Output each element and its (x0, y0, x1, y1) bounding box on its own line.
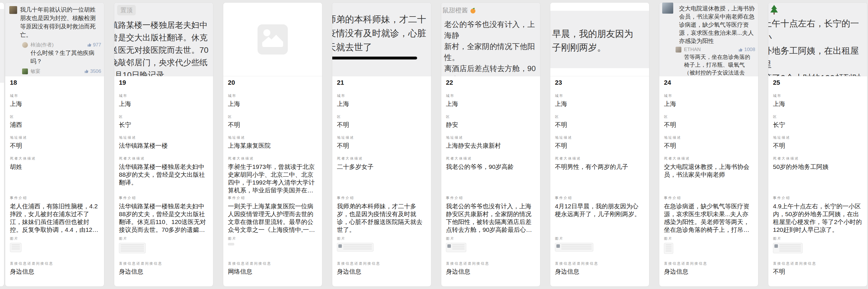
card-22[interactable]: 鼠甜橙酱 老公的爷爷也没有计入，上海静 新村，全家阴的情况下他阳性。 离酒店后差… (441, 2, 540, 287)
direct-value: 身边信息 (10, 268, 99, 275)
district-value: 长宁 (119, 121, 209, 129)
field-label-district: 区 (228, 115, 317, 119)
poster-name: 鼠甜橙酱 (442, 6, 468, 15)
direct-value: 不明 (773, 268, 863, 275)
field-label-address: 地址描述 (446, 136, 535, 140)
gallery-board: 我几十年前就认识的一位胡姓朋友也是因为封控、核酸检测等原因没有得到及时救治而死亡… (0, 2, 867, 287)
district-value: 不明 (555, 121, 645, 129)
field-label-district: 区 (446, 115, 535, 119)
card-25[interactable]: 上午十点左右，长宁的一小 外地务工阿姨，在出租屋里 等了2个小时的120赶到时人… (768, 2, 867, 287)
card-19[interactable]: 置顶 镇路某楼一楼独居老夫妇中 曾是交大出版社翻译。休克 送医无对接医院而去世。… (114, 2, 213, 287)
orange-emoji-icon (470, 7, 476, 14)
city-value: 上海 (337, 100, 427, 108)
screenshot-thumbnail (446, 243, 466, 252)
screenshot-preview (223, 3, 322, 76)
field-label-image: 图片 (446, 237, 535, 241)
event-value: 法华镇路某楼一楼独居老夫妇中88岁的丈夫，曾经是交大出版社翻译。休克后110、1… (119, 202, 209, 233)
field-label-district: 区 (664, 115, 753, 119)
address-value: 上海某康复医院 (228, 142, 317, 149)
field-label-city: 城市 (664, 94, 753, 98)
deceased-value: 不明男性，有个两岁的儿子 (555, 163, 645, 194)
field-label-address: 地址描述 (773, 136, 863, 140)
card-20[interactable]: 20 城市 上海 区 不明 地址描述 上海某康复医院 死者大体描述 李昶生于19… (223, 2, 322, 287)
thumbs-up-icon (84, 69, 89, 73)
field-label-address: 地址描述 (664, 136, 753, 140)
card-23[interactable]: 早晨，我的朋友因为 子刚刚两岁。 23 城市 上海 区 不明 地址描述 不明 死… (550, 2, 649, 287)
field-label-direct: 直接信息还是间接信息 (228, 261, 317, 265)
field-label-image: 图片 (10, 237, 99, 241)
screenshot-thumbnail (664, 243, 673, 254)
field-label-deceased: 死者大体描述 (446, 156, 535, 160)
underline-bar (332, 57, 417, 60)
field-label-direct: 直接信息还是间接信息 (119, 261, 209, 265)
field-label-direct: 直接信息还是间接信息 (555, 261, 645, 265)
field-label-direct: 直接信息还是间接信息 (337, 261, 427, 265)
city-value: 上海 (446, 100, 535, 108)
direct-value: 身边信息 (446, 268, 535, 275)
card-number: 25 (773, 79, 863, 87)
screenshot-preview: 早晨，我的朋友因为 子刚刚两岁。 (550, 3, 649, 76)
district-value: 不明 (228, 121, 317, 129)
field-label-image: 图片 (337, 237, 427, 241)
card-number: 21 (337, 79, 427, 87)
commenter-name: 柿油(作者) (31, 41, 54, 48)
thumbs-up-icon (738, 47, 743, 52)
city-value: 上海 (228, 100, 317, 108)
field-label-direct: 直接信息还是间接信息 (664, 261, 753, 265)
field-label-city: 城市 (555, 94, 645, 98)
field-label-deceased: 死者大体描述 (555, 156, 645, 160)
field-label-city: 城市 (228, 94, 317, 98)
avatar (22, 69, 28, 74)
gallery-page: { "labels": { "city": "城市", "district": … (0, 0, 868, 289)
comment-text: 我几十年前就认识的一位胡姓朋友也是因为封控、核酸检测等原因没有得到及时救治而死亡… (20, 5, 101, 39)
city-value: 上海 (10, 100, 99, 108)
field-label-deceased: 死者大体描述 (119, 156, 209, 160)
event-value: 在急诊病逝，缺少氧气等医疗资源，哀求医生求职未果...夫人亦感染为阳性。吴老师苦… (664, 202, 753, 233)
field-label-address: 地址描述 (228, 136, 317, 140)
field-label-address: 地址描述 (555, 136, 645, 140)
card-number: 24 (664, 79, 753, 87)
screenshot-preview: 置顶 镇路某楼一楼独居老夫妇中 曾是交大出版社翻译。休克 送医无对接医院而去世。… (114, 3, 213, 76)
deceased-value: 二十多岁女子 (337, 163, 427, 194)
city-value: 上海 (555, 100, 645, 108)
card-21[interactable]: 师弟的本科师妹，才二十 疫情没有及时就诊，心脏 天就去世了 21 城市 上海 区… (332, 2, 431, 287)
city-value: 上海 (773, 100, 863, 108)
event-value: 我老公的爷爷也没有计入，上海静安区共康新村，全家阴的情况下他阳性，被转去隔离酒店… (446, 202, 535, 233)
reply-text: 老人住浦西，有陈旧性脑梗，4.2摔跤，女儿被封在浦东过不了江，妹妹们虽住浦西但也… (31, 75, 101, 76)
event-value: 我师弟的本科师妹，才二十多岁，也是因为疫情没有及时就诊，心脏不舒服送医院隔天就去… (337, 202, 427, 233)
field-label-deceased: 死者大体描述 (10, 156, 99, 160)
deceased-value: 交大电院退休教授，上海书协会员，书法家吴中南老师 (664, 163, 753, 194)
screenshot-thumbnail (10, 243, 22, 252)
field-label-city: 城市 (10, 94, 99, 98)
card-24[interactable]: 交大电院退休教授，上海书协会员，书法家吴中南老师在急诊病逝，缺少氧气等医疗资源，… (659, 2, 758, 287)
field-label-city: 城市 (446, 94, 535, 98)
field-label-event: 事件介绍 (228, 196, 317, 200)
screenshot-thumbnail (555, 243, 593, 252)
screenshot-thumbnail (119, 243, 146, 253)
field-label-deceased: 死者大体描述 (773, 156, 863, 160)
like-count: 3506 (90, 69, 101, 74)
event-value: 老人住浦西，有陈旧性脑梗，4.2摔跤，女儿被封在浦东过不了江，妹妹们虽住浦西但也… (10, 202, 99, 233)
field-label-district: 区 (119, 115, 209, 119)
field-label-event: 事件介绍 (555, 196, 645, 200)
card-number: 22 (446, 79, 535, 87)
avatar (9, 6, 17, 14)
thumbs-up-icon (87, 43, 92, 47)
field-label-city: 城市 (119, 94, 209, 98)
field-label-image: 图片 (119, 237, 209, 241)
event-value: 一则关于上海某康复医院一位病人因疫情管理无人护理而去世的文章在微信群里流转。最早… (228, 202, 317, 233)
address-value: 不明 (10, 142, 99, 149)
screenshot-preview: 鼠甜橙酱 老公的爷爷也没有计入，上海静 新村，全家阴的情况下他阳性。 离酒店后差… (441, 3, 540, 76)
commenter-name: 敏宴 (31, 68, 40, 75)
screenshot-text: 镇路某楼一楼独居老夫妇中 曾是交大出版社翻译。休克 送医无对接医院而去世。70 … (114, 19, 213, 76)
card-18[interactable]: 我几十年前就认识的一位胡姓朋友也是因为封控、核酸检测等原因没有得到及时救治而死亡… (5, 2, 104, 287)
screenshot-text: 老公的爷爷也没有计入，上海静 新村，全家阴的情况下他阳性。 离酒店后差点转去方舱… (444, 19, 540, 76)
city-value: 上海 (119, 100, 209, 108)
event-value: 4月12日早晨，我的朋友因为心梗永远离开了，儿子刚刚两岁。 (555, 202, 645, 233)
card-number: 19 (119, 79, 209, 87)
field-label-address: 地址描述 (10, 136, 99, 140)
field-label-event: 事件介绍 (773, 196, 863, 200)
field-label-event: 事件介绍 (10, 196, 99, 200)
address-value: 不明 (337, 142, 427, 149)
field-label-event: 事件介绍 (119, 196, 209, 200)
